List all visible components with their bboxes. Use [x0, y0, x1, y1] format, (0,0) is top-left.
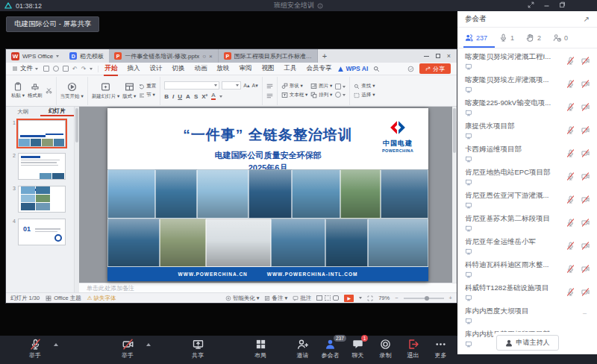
reading-view-icon[interactable]: [333, 295, 339, 301]
reset-button[interactable]: 重置: [139, 83, 156, 90]
theme-indicator[interactable]: Office 主题: [46, 295, 81, 302]
grow-font-button[interactable]: A▴: [243, 83, 249, 89]
picture-button[interactable]: 图片 ▾: [310, 83, 332, 90]
preview-icon[interactable]: [63, 66, 69, 72]
search-icon[interactable]: [373, 66, 380, 72]
format-painter-button[interactable]: 格式刷: [28, 82, 43, 99]
ribbon-tab-视图[interactable]: 视图: [260, 63, 275, 75]
wps-close-icon[interactable]: ×: [447, 52, 451, 60]
participant-row[interactable]: 科威特T1282基础设施项目: [457, 282, 597, 305]
print-icon[interactable]: [53, 66, 59, 72]
participant-row[interactable]: 库内内恩度大坝项目 –: [457, 305, 597, 328]
smart-beautify-button[interactable]: 智能美化 ▾: [225, 295, 260, 302]
chevron-down-icon[interactable]: [359, 297, 362, 299]
popout-icon[interactable]: ↗: [584, 15, 590, 23]
fullscreen-icon[interactable]: [367, 295, 373, 301]
new-slide-button[interactable]: 新建幻灯片 ▾: [92, 82, 120, 100]
participant-row[interactable]: 喀麦隆贝努埃左岸灌溉项...: [457, 74, 597, 97]
paragraph-tools[interactable]: [266, 83, 273, 99]
ribbon-tab-开始[interactable]: 开始: [104, 63, 118, 75]
participant-row[interactable]: 肯尼亚地热电站EPC项目部: [457, 166, 597, 189]
tab-outline[interactable]: 大纲: [6, 108, 40, 116]
slideshow-play-button[interactable]: ▶: [344, 295, 354, 302]
font-btn-5[interactable]: X²: [201, 93, 207, 100]
participant-row[interactable]: 科特迪瓦科科迪区雨水整...: [457, 259, 597, 282]
outline-dropdown[interactable]: [335, 92, 346, 98]
close-tab-icon[interactable]: ×: [209, 53, 213, 60]
redo-icon[interactable]: ↷: [81, 66, 87, 72]
document-tab-0[interactable]: D 稻壳模板: [64, 49, 109, 63]
font-btn-1[interactable]: I: [172, 93, 174, 100]
ribbon-tab-工具[interactable]: 工具: [283, 63, 297, 75]
counter-hand[interactable]: 2: [526, 34, 541, 42]
toolbar-participants-button[interactable]: 237 参会者: [316, 339, 344, 360]
ribbon-tab-动画[interactable]: 动画: [193, 63, 207, 75]
new-tab-button[interactable]: +: [318, 49, 331, 63]
participant-row[interactable]: 卡西姆运维项目部: [457, 143, 597, 166]
ribbon-tab-插入[interactable]: 插入: [126, 63, 140, 75]
slide[interactable]: “一件事” 全链条整治培训 电建国际公司质量安全环保部 2025年6月 中国电建…: [107, 108, 428, 281]
missing-font-warning[interactable]: ⚠ 缺失字体: [87, 295, 116, 302]
find-button[interactable]: 查找 ▾: [354, 83, 375, 90]
shrink-font-button[interactable]: A▾: [252, 83, 258, 89]
tab-slides[interactable]: 幻灯片: [40, 107, 75, 116]
fill-dropdown[interactable]: [335, 84, 346, 90]
toolbar-share-screen-button[interactable]: 共享: [181, 339, 215, 360]
wps-minimize-icon[interactable]: [424, 56, 429, 57]
toolbar-exit-button[interactable]: 退出: [399, 339, 427, 360]
align-format-icon[interactable]: [266, 92, 273, 99]
info-icon[interactable]: [317, 3, 323, 9]
font-btn-3[interactable]: A: [186, 93, 190, 100]
minimize-icon[interactable]: [543, 1, 550, 8]
save-icon[interactable]: [43, 66, 49, 72]
zoom-out-button[interactable]: −: [395, 295, 398, 301]
ribbon-tab-切换[interactable]: 切换: [171, 63, 185, 75]
font-btn-0[interactable]: B: [164, 93, 169, 100]
ribbon-tab-设计[interactable]: 设计: [149, 63, 163, 75]
section-button[interactable]: 节 ▾: [139, 92, 156, 98]
select-button[interactable]: 选择 ▾: [354, 92, 375, 98]
chevron-down-icon[interactable]: [90, 68, 93, 70]
paste-button[interactable]: 粘贴 ▾: [11, 82, 25, 99]
toolbar-mic-off-button[interactable]: 举手: [18, 339, 52, 360]
shapes-button[interactable]: 形状 ▾: [281, 83, 308, 90]
participant-row[interactable]: 康提供水项目部: [457, 120, 597, 143]
undo-icon[interactable]: ↶: [72, 66, 78, 72]
slide-thumbnail-3[interactable]: [18, 186, 66, 213]
participant-list[interactable]: 喀麦隆贝努埃河灌溉工程I... 喀麦隆贝努埃左岸灌溉项... 喀麦隆225-90…: [457, 48, 597, 354]
font-btn-4[interactable]: S: [194, 93, 198, 100]
counter-mic[interactable]: 1: [499, 34, 514, 42]
scissors-icon[interactable]: [46, 87, 52, 94]
font-family-select[interactable]: [164, 81, 219, 90]
normal-view-icon[interactable]: [316, 295, 322, 301]
toolbar-more-button[interactable]: 更多: [427, 339, 454, 360]
counter-people[interactable]: 237: [465, 34, 487, 42]
toolbar-camera-off-button[interactable]: 举手: [110, 339, 145, 360]
file-menu-button[interactable]: 文件: [12, 64, 38, 73]
ribbon-tab-放映[interactable]: 放映: [216, 63, 230, 75]
document-tab-1[interactable]: P 一件事全链条培训-修改.pptx ○×: [109, 49, 219, 63]
comment-button[interactable]: 批注: [293, 295, 311, 302]
participant-row[interactable]: 喀麦隆225-90kV输变电项...: [457, 97, 597, 120]
expand-window-icon[interactable]: [528, 1, 534, 8]
play-from-current-button[interactable]: 当页开始 ▾: [60, 82, 84, 100]
chevron-up-icon[interactable]: [146, 343, 151, 346]
toolbar-record-button[interactable]: 录制: [372, 339, 399, 360]
wps-home-button[interactable]: W WPS Office: [6, 49, 64, 63]
document-tab-2[interactable]: P 国际工程项目系列工作标准应用培训: [219, 49, 318, 63]
toolbar-invite-button[interactable]: 邀请: [289, 339, 316, 360]
slide-layout-button[interactable]: 版式 ▾: [122, 82, 136, 100]
tab-wps-ai[interactable]: WPS AI: [337, 65, 368, 72]
maximize-icon[interactable]: [559, 1, 566, 8]
slide-thumbnail-4[interactable]: 01: [18, 219, 66, 245]
arrange-button[interactable]: 排列 ▾: [310, 92, 332, 98]
ribbon-tab-审阅[interactable]: 审阅: [238, 63, 252, 75]
notes-button[interactable]: 备注 ▾: [264, 295, 287, 302]
toolbar-layout-grid-button[interactable]: 布局: [243, 339, 278, 360]
sync-status-icon[interactable]: [407, 66, 414, 72]
font-btn-2[interactable]: U: [178, 93, 182, 100]
list-format-icon[interactable]: [266, 83, 273, 90]
wps-maximize-icon[interactable]: [436, 54, 440, 58]
font-size-select[interactable]: [222, 81, 241, 90]
font-color-button[interactable]: A: [211, 92, 215, 100]
